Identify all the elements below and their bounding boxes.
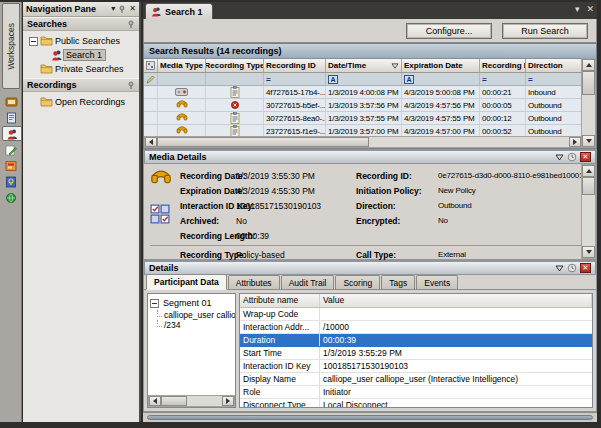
column-header-date-time[interactable]: Date/Time	[326, 59, 402, 72]
attribute-row[interactable]: Disconnect Type Local Disconnect	[240, 399, 592, 408]
scrollbar-thumb[interactable]	[147, 415, 593, 420]
cell-date-time: 1/3/2019 3:57:55 PM	[326, 112, 402, 124]
tree-horizontal-scrollbar[interactable]	[148, 395, 235, 407]
configure-button[interactable]: Configure...	[406, 23, 492, 39]
pane-close-icon[interactable]: ✕	[129, 5, 136, 13]
scrollbar-thumb[interactable]	[582, 71, 595, 95]
column-header-direction[interactable]: Direction	[526, 59, 582, 72]
results-vertical-scrollbar[interactable]	[581, 58, 596, 148]
tab-events[interactable]: Events	[416, 275, 458, 289]
tab-tags[interactable]: Tags	[381, 275, 415, 289]
attribute-row[interactable]: Interaction Addr... /10000	[240, 321, 592, 334]
filter-recording-type[interactable]	[206, 73, 264, 85]
close-icon[interactable]: ✕	[580, 263, 591, 273]
media-details-scrollbar[interactable]	[581, 164, 596, 259]
scroll-up-button[interactable]	[582, 59, 595, 71]
column-header-recording-type[interactable]: Recording Type	[206, 59, 264, 72]
filter-expiration-date[interactable]: A	[402, 73, 480, 85]
tab-close-icon[interactable]: ✕	[586, 4, 594, 14]
column-header-media-type[interactable]: Media Type	[158, 59, 206, 72]
column-header-recording-length[interactable]: Recording Le	[480, 59, 526, 72]
pin-icon[interactable]	[127, 81, 135, 89]
media-details-row: Recording Length:00:00:39	[144, 228, 596, 243]
column-header-expiration-date[interactable]: Expiration Date	[402, 59, 480, 72]
clock-icon[interactable]	[567, 152, 577, 162]
workspace-button-help[interactable]	[2, 174, 20, 189]
workspace-button-forms[interactable]	[2, 110, 20, 125]
run-search-button[interactable]: Run Search	[502, 23, 588, 39]
tree-item-private-searches[interactable]: Private Searches	[29, 62, 139, 76]
tree-item-open-recordings[interactable]: Open Recordings	[29, 95, 139, 109]
tab-search1[interactable]: Search 1	[145, 3, 213, 19]
scroll-down-button[interactable]	[582, 135, 595, 147]
attribute-row[interactable]: Wrap-up Code	[240, 308, 592, 321]
tree-item-public-searches[interactable]: Public Searches	[29, 34, 139, 48]
row-selector-column-header[interactable]	[144, 59, 158, 72]
recording-row[interactable]: 4f727615-17b4-... 1/3/2019 4:00:08 PM 4/…	[144, 86, 596, 99]
tree-item-participant[interactable]: calliope_user calliop	[150, 310, 235, 320]
scroll-left-button[interactable]	[149, 396, 161, 406]
navigation-pane-header: Navigation Pane ▾ ✕	[23, 2, 139, 17]
filter-direction[interactable]: =	[526, 73, 582, 85]
workspace-button-monitor[interactable]	[2, 158, 20, 173]
scroll-left-button[interactable]	[145, 137, 157, 147]
pin-icon[interactable]	[118, 5, 126, 13]
workspace-button-editor[interactable]	[2, 142, 20, 157]
searches-section-header[interactable]: Searches	[23, 17, 139, 31]
scroll-down-button[interactable]	[582, 246, 595, 258]
filter-date-time[interactable]: A	[326, 73, 402, 85]
scrollbar-thumb[interactable]	[157, 137, 369, 147]
scrollbar-thumb[interactable]	[161, 396, 187, 406]
filter-recording-id[interactable]: =	[264, 73, 326, 85]
sort-descending-icon	[391, 63, 399, 69]
results-horizontal-scrollbar[interactable]	[144, 136, 582, 148]
recording-row[interactable]: 30727615-8ea0-... 1/3/2019 3:57:55 PM 4/…	[144, 112, 596, 125]
workspace-horizontal-scrollbar[interactable]	[143, 412, 597, 422]
scroll-right-button[interactable]	[222, 396, 234, 406]
workspaces-tab[interactable]: Workspaces	[2, 3, 20, 89]
attribute-row[interactable]: Role Initiator	[240, 386, 592, 399]
filter-recording-length[interactable]: =	[480, 73, 526, 85]
navigation-pane-title: Navigation Pane	[26, 4, 111, 14]
collapse-expander-icon[interactable]	[29, 37, 38, 46]
pane-menu-icon[interactable]: ▾	[111, 5, 115, 13]
tab-attributes[interactable]: Attributes	[228, 275, 280, 289]
attribute-value: calliope_user calliope_user (Interactive…	[320, 373, 592, 385]
column-header-attribute-name[interactable]: Attribute name	[240, 294, 320, 307]
tab-audit-trail[interactable]: Audit Trail	[281, 275, 335, 289]
note-pencil-icon	[5, 144, 17, 156]
filter-icon[interactable]	[555, 265, 564, 272]
participant-label: calliope_user calliop	[164, 310, 235, 320]
filter-edit-cell[interactable]	[144, 73, 158, 85]
tree-item-search1[interactable]: Search 1	[29, 48, 139, 62]
attribute-row[interactable]: Interaction ID Key 100185171530190103	[240, 360, 592, 373]
tab-scoring[interactable]: Scoring	[335, 275, 380, 289]
clock-icon[interactable]	[567, 263, 577, 273]
workspace-button-organizer[interactable]	[2, 94, 20, 109]
tab-list-icon[interactable]: ▾	[575, 4, 580, 14]
close-icon[interactable]: ✕	[580, 152, 591, 162]
tree-item-segment[interactable]: Segment 01	[150, 296, 235, 310]
filter-media-type[interactable]	[158, 73, 206, 85]
recording-row[interactable]: 30727615-b5ef-... 1/3/2019 3:57:56 PM 4/…	[144, 99, 596, 112]
collapse-expander-icon[interactable]	[150, 299, 159, 308]
recordings-section-header[interactable]: Recordings	[23, 78, 139, 92]
attribute-row[interactable]: Start Time 1/3/2019 3:55:29 PM	[240, 347, 592, 360]
attribute-table-header: Attribute name Value	[240, 294, 592, 308]
column-header-recording-id[interactable]: Recording ID	[264, 59, 326, 72]
field-label: Call Type:	[356, 250, 438, 260]
scroll-right-button[interactable]	[569, 137, 581, 147]
scroll-up-button[interactable]	[582, 165, 595, 177]
attribute-row-selected[interactable]: Duration 00:00:39	[240, 334, 592, 347]
attribute-row[interactable]: Display Name calliope_user calliope_user…	[240, 373, 592, 386]
details-header: Details ✕	[144, 261, 596, 275]
tree-item-address[interactable]: /234	[150, 320, 235, 330]
details-panel: Details ✕ Participant Data Attributes Au…	[143, 260, 597, 412]
workspace-button-interaction-recorder[interactable]	[2, 126, 22, 141]
tab-participant-data[interactable]: Participant Data	[146, 274, 227, 290]
filter-icon[interactable]	[555, 154, 564, 161]
scrollbar-thumb[interactable]	[582, 177, 595, 195]
pin-icon[interactable]	[127, 20, 135, 28]
workspace-button-tracker[interactable]	[2, 190, 20, 205]
column-header-value[interactable]: Value	[320, 294, 592, 307]
